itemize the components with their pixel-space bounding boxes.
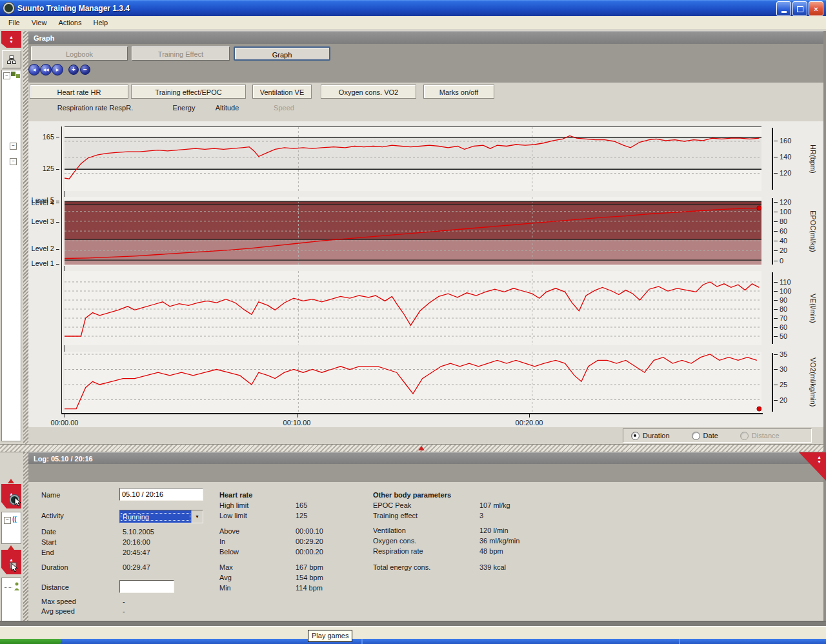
zoom-in-icon: + (72, 65, 76, 74)
log-tab-strip: Details 1 Details 2 Marks Data (28, 464, 826, 482)
restore-button[interactable] (792, 1, 807, 16)
tab-training-effect-epoc[interactable]: Training effect/EPOC (131, 85, 246, 99)
tab-oxygen-cons[interactable]: Oxygen cons. VO2 (321, 85, 416, 99)
vo2-subplot: 35302520 VO2(ml/kg/min) (28, 352, 823, 413)
tree-expand-icon[interactable] (10, 143, 17, 150)
tab-altitude[interactable]: Altitude (208, 103, 247, 114)
tab-marks-on-off[interactable]: Marks on/off (423, 85, 494, 99)
pan-start-button[interactable]: ◀◀ (40, 64, 52, 75)
radio-icon (692, 432, 700, 440)
down-arrow-icon: ▼ (9, 39, 14, 44)
minimize-icon (781, 11, 787, 13)
activity-select[interactable]: Running ▼ (119, 510, 203, 523)
distance-input[interactable] (119, 580, 174, 593)
vo2-plot (65, 352, 761, 413)
tree-expand-icon[interactable] (10, 158, 17, 165)
start-label: Start (41, 538, 56, 548)
x-tick-label: 00:20.00 (516, 418, 543, 427)
tree-expand-icon[interactable] (3, 72, 10, 79)
menu-actions[interactable]: Actions (52, 17, 87, 28)
ve-axis-label: VE(l/min) (804, 271, 822, 345)
epoc-level-labels: Level 5Level 4Level 3Level 2Level 1 (28, 197, 62, 266)
sidebar-splitter[interactable] (23, 31, 28, 626)
rail-arrow-icon[interactable] (8, 479, 14, 483)
tab-energy[interactable]: Energy (165, 103, 203, 114)
logbook-view-button[interactable]: Logbook (31, 46, 128, 61)
hr-right-axis: 160140120 (772, 126, 801, 191)
max-speed-value: - (123, 597, 125, 607)
menu-file[interactable]: File (3, 17, 26, 28)
radio-date[interactable]: Date (692, 431, 718, 440)
cursor-icon (10, 561, 18, 572)
pan-left-icon: ◀ (33, 65, 36, 74)
graph-section-title: Graph (34, 34, 54, 43)
tab-speed[interactable]: Speed (265, 103, 303, 114)
menu-view[interactable]: View (26, 17, 53, 28)
graph-toolbar: Logbook Training Effect Graph ◀ ◀◀ ▶ + − (28, 44, 826, 83)
start-value: 20:16:00 (123, 538, 150, 548)
name-label: Name (41, 490, 60, 501)
log-section-header: Log: 05.10 / 20:16 (28, 452, 826, 464)
start-button[interactable] (0, 639, 61, 644)
logbook-tree-panel[interactable] (1, 70, 21, 441)
hr-axis-label: HR(bpm) (804, 126, 822, 191)
x-tick-label: 00:00.00 (51, 418, 79, 427)
tab-heart-rate[interactable]: Heart rate HR (30, 85, 128, 99)
splitter-arrow-icon[interactable] (418, 446, 425, 450)
close-button[interactable]: × (809, 1, 823, 16)
window-resize-bar[interactable] (0, 621, 826, 626)
titlebar[interactable]: Suunto Training Manager 1.3.4 × (0, 0, 826, 16)
pan-start-icon: ◀◀ (43, 65, 48, 74)
hr-subplot: 165125 160140120 HR(bpm) (28, 126, 823, 191)
signal-icon: (( (12, 515, 17, 524)
window-right-border (823, 31, 826, 621)
tree-node-icon (11, 72, 15, 76)
duration-label: Duration (41, 563, 68, 573)
ve-right-axis: 1101009080706050 (772, 271, 801, 345)
hierarchy-view-button[interactable] (2, 50, 21, 68)
rail-arrow-icon[interactable] (8, 545, 14, 550)
sidebar-collapse-button-top[interactable]: ▲▼ (1, 31, 21, 48)
minimize-button[interactable] (776, 1, 791, 16)
zoom-out-button[interactable]: − (80, 65, 90, 75)
tree-expand-icon[interactable] (4, 517, 11, 524)
pan-right-button[interactable]: ▶ (52, 64, 63, 75)
graph-view-button[interactable]: Graph (234, 46, 330, 61)
tooltip: Play games (308, 630, 352, 642)
avg-speed-label: Avg speed (41, 607, 75, 617)
pan-left-button[interactable]: ◀ (28, 64, 40, 75)
end-value: 20:45:47 (123, 548, 150, 558)
chevron-down-icon[interactable]: ▼ (191, 510, 203, 523)
people-tree-panel[interactable] (1, 578, 21, 623)
graph-section-header: Graph (28, 31, 826, 44)
up-arrow-icon: ▲ (817, 455, 821, 459)
activity-value: Running (120, 512, 191, 521)
up-arrow-icon: ▲ (9, 35, 14, 39)
device-tree-panel[interactable]: (( (1, 512, 21, 544)
training-effect-view-button[interactable]: Training Effect (132, 46, 230, 61)
x-axis-mode-group: Duration Date Distance (623, 428, 812, 443)
close-icon: × (814, 5, 818, 14)
horizontal-splitter[interactable] (0, 444, 826, 452)
tab-respiration-rate[interactable]: Respiration rate RespR. (48, 103, 142, 114)
cursor-icon (14, 497, 21, 507)
status-bar (0, 626, 826, 639)
x-axis-line (62, 413, 763, 414)
hr-left-labels: 165125 (28, 126, 62, 191)
other-params-title: Other body parameters (373, 490, 451, 501)
tab-ventilation[interactable]: Ventilation VE (252, 85, 312, 99)
menu-bar: File View Actions Help (0, 16, 826, 29)
radio-distance: Distance (740, 431, 780, 440)
heart-rate-title: Heart rate (219, 490, 252, 501)
person-icon (14, 582, 20, 591)
log-name-input[interactable] (119, 488, 203, 501)
date-label: Date (41, 527, 56, 538)
zoom-in-button[interactable]: + (68, 65, 79, 75)
hr-plot (65, 126, 761, 191)
taskbar[interactable] (0, 639, 826, 644)
radio-duration[interactable]: Duration (631, 431, 670, 440)
log-section-title: Log: 05.10 / 20:16 (34, 454, 93, 463)
menu-help[interactable]: Help (87, 17, 114, 28)
pan-right-icon: ▶ (56, 65, 59, 74)
radio-icon (740, 432, 749, 440)
